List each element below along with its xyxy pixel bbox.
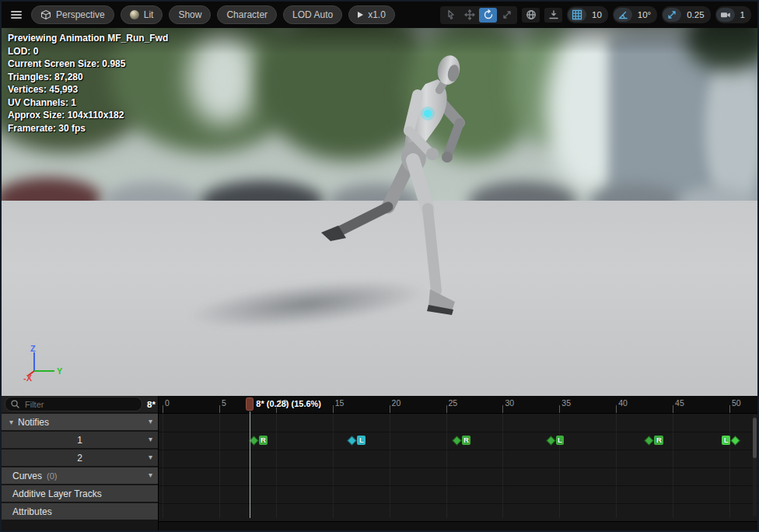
chevron-down-icon[interactable]: ▾ [9, 418, 13, 426]
timeline-row-list: ▾Notifies▾1▾2▾Curves(0)▾Additive Layer T… [2, 414, 158, 520]
scale-icon [502, 9, 512, 20]
timeline-row-curves[interactable]: Curves(0)▾ [2, 467, 158, 484]
notify-letter-label: R [462, 436, 471, 445]
current-frame-counter[interactable]: 8* [145, 400, 157, 409]
viewport-stat-line: Current Screen Size: 0.985 [8, 58, 168, 71]
notify-marker-L[interactable]: L [722, 436, 739, 445]
axis-gizmo: Z Y -X [23, 345, 70, 382]
cursor-arrow-icon [446, 9, 456, 20]
axis-y-label: Y [57, 366, 63, 376]
rotation-snap-control[interactable]: 10° [613, 6, 657, 23]
hamburger-menu-icon [11, 9, 22, 20]
notify-marker-R[interactable]: R [645, 436, 663, 445]
rotate-icon [483, 9, 494, 20]
filter-input[interactable] [23, 399, 137, 410]
angle-snap-icon [614, 8, 632, 22]
scale-tool-button[interactable] [498, 8, 516, 23]
play-icon [358, 12, 363, 18]
notify-diamond-icon [348, 436, 358, 446]
viewport-stats: Previewing Animation MF_Run_FwdLOD: 0Cur… [8, 32, 168, 135]
transform-gizmo-group [440, 6, 517, 24]
notify-diamond-icon [546, 436, 556, 446]
globe-icon [526, 9, 537, 20]
select-tool-button[interactable] [442, 8, 460, 23]
move-icon [464, 9, 475, 20]
perspective-label: Perspective [56, 9, 105, 20]
timeline-row-label: 1 [77, 435, 82, 446]
viewport-3d[interactable]: Previewing Animation MF_Run_FwdLOD: 0Cur… [2, 28, 757, 396]
filter-row: 8* [2, 396, 158, 412]
camera-speed-control[interactable]: 1 [715, 6, 751, 23]
perspective-cube-icon [40, 9, 51, 20]
notify-marker-L[interactable]: L [547, 436, 565, 445]
toolbar-right-group: 10 10° 0.25 1 [440, 6, 751, 24]
viewport-stat-line: LOD: 0 [8, 45, 168, 58]
chevron-down-icon[interactable]: ▾ [149, 418, 152, 425]
speed-label: x1.0 [368, 9, 386, 20]
notify-letter-label: L [357, 436, 366, 445]
lit-label: Lit [144, 9, 154, 20]
notify-marker-R[interactable]: R [250, 436, 268, 445]
character-label: Character [226, 9, 268, 20]
viewport-stat-line: Triangles: 87,280 [8, 71, 168, 84]
lod-label: LOD Auto [292, 9, 333, 20]
grid-snap-value[interactable]: 10 [586, 10, 607, 19]
timeline-row-additive-layer-tracks[interactable]: Additive Layer Tracks [2, 485, 158, 502]
scale-snap-value[interactable]: 0.25 [681, 10, 709, 19]
timeline-row-count: (0) [47, 471, 57, 481]
viewport-toolbar: Perspective Lit Show Character LOD Auto … [2, 2, 757, 28]
animation-editor-window: Perspective Lit Show Character LOD Auto … [0, 0, 759, 532]
grid-snap-control[interactable]: 10 [567, 6, 608, 23]
camera-icon [716, 8, 735, 22]
surface-snap-button[interactable] [544, 8, 562, 23]
timeline-row-label: Notifies [18, 417, 49, 428]
notify-marker-layer: RLRLRL [159, 396, 757, 530]
character-button[interactable]: Character [217, 5, 277, 24]
preview-character-mannequin[interactable] [301, 44, 480, 320]
track-area[interactable]: 05101520253035404550 RLRLRL 8* (0.28) (1… [159, 396, 757, 530]
playhead-line [250, 411, 251, 518]
timeline-row-label: Attributes [12, 506, 52, 517]
grid-snap-icon [568, 8, 586, 22]
chevron-down-icon[interactable]: ▾ [149, 453, 152, 461]
notify-diamond-icon [645, 436, 655, 446]
notify-diamond-icon [730, 436, 740, 446]
notify-letter-label: L [556, 436, 565, 445]
chevron-down-icon[interactable]: ▾ [149, 471, 152, 479]
playhead-handle[interactable] [246, 397, 254, 411]
scale-snap-icon [663, 8, 681, 22]
show-button[interactable]: Show [169, 5, 211, 24]
notify-marker-R[interactable]: R [453, 436, 471, 445]
perspective-button[interactable]: Perspective [31, 5, 114, 24]
notify-letter-label: R [654, 436, 663, 445]
lit-sphere-icon [130, 10, 139, 19]
camera-speed-value[interactable]: 1 [735, 10, 750, 19]
lit-mode-button[interactable]: Lit [121, 5, 163, 24]
timeline-row-attributes[interactable]: Attributes [2, 503, 158, 520]
viewport-stat-line: UV Channels: 1 [8, 96, 168, 110]
lod-button[interactable]: LOD Auto [283, 5, 342, 24]
angle-snap-value[interactable]: 10° [632, 10, 656, 19]
timeline-row-1[interactable]: 1▾ [2, 432, 158, 448]
scrollbar-thumb[interactable] [753, 418, 757, 458]
translate-tool-button[interactable] [460, 8, 478, 23]
notify-diamond-icon [452, 436, 462, 446]
timeline-scrollbar[interactable] [753, 415, 757, 516]
chevron-down-icon[interactable]: ▾ [149, 436, 152, 443]
viewport-stat-line: Framerate: 30 fps [8, 122, 168, 135]
playback-speed-button[interactable]: x1.0 [348, 5, 395, 24]
notify-marker-L[interactable]: L [348, 436, 366, 445]
filter-searchbox[interactable] [5, 397, 142, 411]
scale-snap-control[interactable]: 0.25 [662, 6, 710, 23]
chest-light [424, 110, 432, 117]
world-local-toggle-button[interactable] [522, 8, 540, 23]
rotate-tool-button[interactable] [479, 8, 497, 23]
timeline-row-2[interactable]: 2▾ [2, 450, 158, 466]
timeline-row-label: Curves [12, 471, 42, 481]
show-label: Show [178, 9, 201, 20]
playhead-label: 8* (0.28) (15.6%) [256, 399, 321, 408]
viewport-stat-line: Previewing Animation MF_Run_Fwd [8, 32, 168, 45]
viewport-options-button[interactable] [8, 6, 25, 23]
timeline-left-panel: 8* ▾Notifies▾1▾2▾Curves(0)▾Additive Laye… [2, 396, 159, 530]
timeline-row-notifies[interactable]: ▾Notifies▾ [2, 414, 158, 430]
